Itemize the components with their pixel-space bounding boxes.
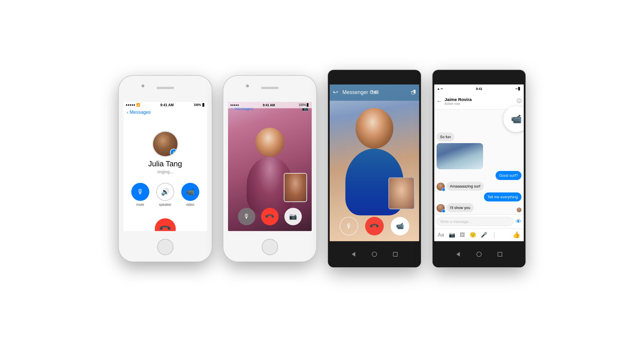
battery-text-1: 100% (194, 103, 201, 107)
phone-1-screen: ●●●●● 📶 9:41 AM 100% ▊ ‹ Messages ⚡ Juli… (123, 102, 207, 231)
back-nav-3[interactable] (350, 251, 357, 257)
more-toolbar-icon-4[interactable]: ⋮ (492, 232, 497, 238)
nav-bar-3 (328, 241, 421, 267)
contact-name-1: Julia Tang (148, 159, 182, 168)
end-call-button-2[interactable]: 📞 (261, 208, 279, 225)
time-3: 9:41 (371, 90, 378, 93)
photo-bubble (437, 143, 483, 169)
message-tell-me: Tell me everything (437, 192, 521, 201)
video-button-1[interactable]: 📹 (181, 183, 199, 201)
battery-4: ▪▪ ▊ (516, 87, 521, 90)
back-button-4[interactable]: ← (437, 98, 442, 104)
phone-2-screen: ‹ Messages 📷 ●●●●● 9:41 AM 100% ▊ 🎙 (228, 102, 312, 231)
front-camera-2 (246, 84, 249, 87)
end-call-button-3[interactable]: 📞 (365, 217, 384, 235)
time-1: 9:41 AM (160, 103, 174, 107)
phone-3-android-video: ← Messenger Call ⬡ ▲ ▪▪ 9:41 ▪▪ ▊ 🎙 � (328, 70, 421, 267)
camera-button-3[interactable]: 📹 (391, 217, 409, 235)
battery-icon-1: ▊ (202, 103, 205, 107)
speaker-label-1: speaker (159, 203, 171, 207)
mute-button-3[interactable]: 🎙 (340, 217, 358, 235)
thumbs-up-icon-4[interactable]: 👍 (512, 231, 520, 239)
speaker-wrap-1[interactable]: 🔊 speaker (156, 183, 174, 207)
recent-nav-4[interactable] (497, 251, 503, 257)
recent-nav-3[interactable] (392, 251, 399, 257)
back-triangle-icon-3 (352, 252, 355, 257)
back-triangle-icon-4 (456, 252, 460, 257)
call-status-1: ringing... (157, 170, 173, 174)
end-call-button-1[interactable]: 📞 (150, 214, 180, 231)
battery-3: ▪▪ ▊ (411, 90, 416, 93)
end-call-wrap-1[interactable]: 📞 (155, 218, 176, 231)
messenger-badge-1: ⚡ (170, 149, 177, 156)
video-label-1: video (186, 203, 194, 207)
phone-end-icon-1: 📞 (158, 221, 172, 231)
header-icons-4: ⓘ (517, 98, 521, 104)
chat-header-4: ← Jaime Rovira Active now ⓘ 📹 (434, 93, 524, 109)
bubble-show-you: I'll show you (446, 203, 474, 212)
messenger-badge-avatar-2 (442, 209, 445, 213)
sender-avatar-amazing (437, 183, 445, 191)
time-4: 9:41 (476, 87, 482, 91)
back-label-1: Messages (130, 110, 151, 115)
bubble-tell-me-everything: Tell me everything (484, 192, 521, 201)
nav-bar-4 (433, 241, 525, 267)
video-wrap-1[interactable]: 📹 video (181, 183, 199, 207)
mic-mute-icon-2: 🎙 (243, 213, 250, 220)
camera-button-2[interactable]: 📷 (284, 208, 302, 225)
video-controls-3: 🎙 📞 📹 (330, 217, 419, 235)
chevron-left-icon-1: ‹ (127, 109, 129, 115)
seen-icon-4 (517, 208, 521, 212)
back-button-1[interactable]: ‹ Messages (127, 109, 151, 115)
contact-avatar-1: ⚡ (152, 131, 178, 157)
info-icon-4[interactable]: ⓘ (517, 98, 521, 104)
input-bar-4: Write a message... 👁 (434, 215, 524, 228)
mic-toolbar-icon-4[interactable]: 🎤 (481, 232, 487, 238)
emoji-send-icon-4[interactable]: 👁 (516, 218, 521, 225)
call-screen-1: ⚡ Julia Tang ringing... 🎙 mute 🔊 speake (123, 116, 207, 231)
battery-2: 100% ▊ (299, 103, 309, 107)
video-call-screen-3: ← Messenger Call ⬡ ▲ ▪▪ 9:41 ▪▪ ▊ 🎙 � (330, 84, 419, 241)
phone-2-iphone-video: ‹ Messages 📷 ●●●●● 9:41 AM 100% ▊ 🎙 (223, 76, 316, 262)
mic-icon-1: 🎙 (137, 188, 144, 196)
messenger-logo-1: ⚡ (172, 151, 175, 154)
phone-4-screen: ▲ ▪▪ 9:41 ▪▪ ▊ ← Jaime Rovira Active now… (434, 84, 524, 241)
status-bar-3: ▲ ▪▪ 9:41 ▪▪ ▊ (330, 84, 419, 97)
phone-1-iphone-incoming: ●●●●● 📶 9:41 AM 100% ▊ ‹ Messages ⚡ Juli… (119, 76, 212, 262)
caller-face-2 (255, 128, 284, 157)
emoji-toolbar-icon-4[interactable]: 🙂 (470, 232, 476, 238)
mute-wrap-1[interactable]: 🎙 mute (131, 183, 149, 207)
self-video-pip-2 (284, 173, 307, 202)
signal-3: ▲ ▪▪ (333, 90, 338, 93)
mute-label-1: mute (136, 203, 144, 207)
home-nav-3[interactable] (371, 251, 378, 257)
message-input-4[interactable]: Write a message... (437, 217, 513, 226)
home-circle-icon-3 (372, 252, 377, 257)
recent-square-icon-3 (393, 252, 398, 257)
message-photo (437, 143, 521, 169)
mute-button-2[interactable]: 🎙 (238, 208, 255, 225)
home-nav-4[interactable] (476, 251, 482, 257)
self-video-feed-2 (284, 174, 306, 201)
speaker-button-1[interactable]: 🔊 (156, 183, 174, 201)
call-controls-1: 🎙 mute 🔊 speaker 📹 video (131, 183, 199, 207)
home-circle-icon-4 (476, 252, 482, 257)
gallery-toolbar-icon-4[interactable]: 🖼 (460, 232, 465, 238)
status-bar-4: ▲ ▪▪ 9:41 ▪▪ ▊ (434, 84, 524, 93)
toolbar-4: Aa 📷 🖼 🙂 🎤 ⋮ 👍 (434, 228, 524, 241)
signal-4: ▲ ▪▪ (437, 87, 443, 90)
back-nav-4[interactable] (455, 251, 461, 257)
camera-toolbar-icon-4[interactable]: 📷 (449, 232, 455, 238)
front-camera-1 (141, 84, 144, 87)
signal-dots-1: ●●●●● 📶 (126, 103, 140, 107)
sender-avatar-show (437, 204, 445, 212)
contact-status-4: Active now (445, 102, 514, 105)
caller-face-3 (356, 108, 393, 149)
self-video-feed-3 (389, 178, 414, 209)
mute-button-1[interactable]: 🎙 (131, 183, 149, 201)
bubble-good-surf: Good surf? (496, 171, 521, 180)
chat-screen-4: ▲ ▪▪ 9:41 ▪▪ ▊ ← Jaime Rovira Active now… (434, 84, 524, 241)
status-bar-2: ●●●●● 9:41 AM 100% ▊ (228, 102, 312, 108)
aa-icon-4[interactable]: Aa (438, 232, 444, 238)
message-amazing-surf: Amaaaaazing surf (437, 182, 521, 191)
